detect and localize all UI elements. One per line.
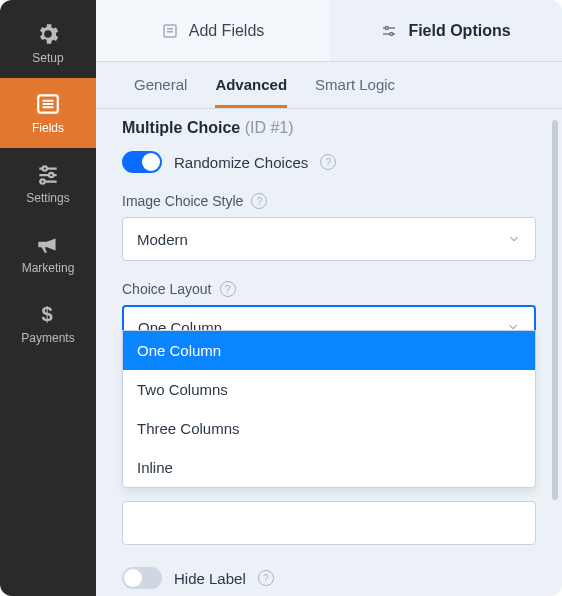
sidebar-item-settings[interactable]: Settings	[0, 148, 96, 218]
field-id: (ID #1)	[245, 119, 294, 136]
form-icon	[161, 22, 179, 40]
placeholder-box	[122, 501, 536, 545]
chevron-down-icon	[507, 232, 521, 246]
field-name: Multiple Choice	[122, 119, 240, 136]
select-value: Modern	[137, 231, 188, 248]
sub-tab-general[interactable]: General	[134, 76, 187, 108]
randomize-toggle[interactable]	[122, 151, 162, 173]
main-panel: Add Fields Field Options General Advance…	[96, 0, 562, 596]
sub-tabs: General Advanced Smart Logic	[96, 62, 562, 109]
dollar-icon: $	[35, 301, 61, 327]
tab-label: Add Fields	[189, 22, 265, 40]
image-style-select[interactable]: Modern	[122, 217, 536, 261]
help-icon[interactable]: ?	[251, 193, 267, 209]
top-tabs: Add Fields Field Options	[96, 0, 562, 62]
sub-tab-advanced[interactable]: Advanced	[215, 76, 287, 108]
svg-text:$: $	[42, 303, 53, 325]
sidebar-item-fields[interactable]: Fields	[0, 78, 96, 148]
help-icon[interactable]: ?	[320, 154, 336, 170]
sidebar-item-marketing[interactable]: Marketing	[0, 218, 96, 288]
gear-icon	[35, 21, 61, 47]
tab-field-options[interactable]: Field Options	[329, 0, 562, 61]
sliders-icon	[35, 161, 61, 187]
svg-point-17	[390, 32, 393, 35]
tab-add-fields[interactable]: Add Fields	[96, 0, 329, 61]
sub-tab-smart-logic[interactable]: Smart Logic	[315, 76, 395, 108]
sidebar: Setup Fields Settings Marketing $ Paymen…	[0, 0, 96, 596]
svg-point-15	[386, 26, 389, 29]
svg-point-5	[43, 166, 47, 170]
choice-layout-label: Choice Layout ?	[122, 281, 536, 297]
sidebar-label: Payments	[21, 331, 74, 345]
section-title: Multiple Choice (ID #1)	[122, 119, 536, 137]
bullhorn-icon	[35, 231, 61, 257]
hide-label-row: Hide Label ?	[122, 567, 536, 589]
dropdown-option[interactable]: Two Columns	[123, 370, 535, 409]
sidebar-label: Settings	[26, 191, 69, 205]
options-icon	[380, 22, 398, 40]
dropdown-option[interactable]: Three Columns	[123, 409, 535, 448]
sidebar-label: Setup	[32, 51, 63, 65]
help-icon[interactable]: ?	[258, 570, 274, 586]
image-style-label: Image Choice Style ?	[122, 193, 536, 209]
list-icon	[35, 91, 61, 117]
svg-point-7	[49, 173, 53, 177]
randomize-label: Randomize Choices	[174, 154, 308, 171]
svg-point-9	[40, 179, 44, 183]
randomize-row: Randomize Choices ?	[122, 151, 536, 173]
choice-layout-dropdown: One Column Two Columns Three Columns Inl…	[122, 330, 536, 488]
hide-label-text: Hide Label	[174, 570, 246, 587]
sidebar-item-payments[interactable]: $ Payments	[0, 288, 96, 358]
help-icon[interactable]: ?	[220, 281, 236, 297]
hide-label-toggle[interactable]	[122, 567, 162, 589]
sidebar-label: Marketing	[22, 261, 75, 275]
sidebar-item-setup[interactable]: Setup	[0, 8, 96, 78]
dropdown-option[interactable]: One Column	[123, 331, 535, 370]
scrollbar[interactable]	[552, 120, 558, 500]
dropdown-option[interactable]: Inline	[123, 448, 535, 487]
sidebar-label: Fields	[32, 121, 64, 135]
tab-label: Field Options	[408, 22, 510, 40]
